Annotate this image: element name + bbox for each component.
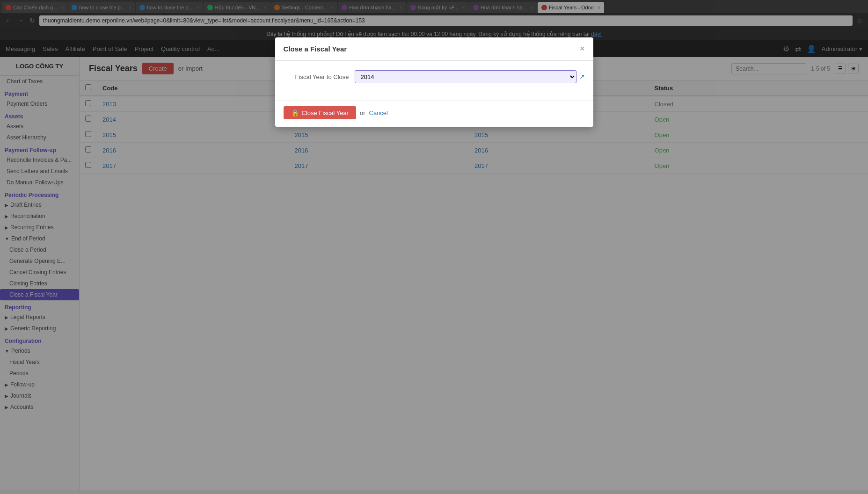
modal-overlay: Close a Fiscal Year × Fiscal Year to Clo… — [0, 0, 868, 490]
cancel-link[interactable]: Cancel — [369, 109, 388, 116]
lock-icon: 🔒 — [291, 109, 299, 116]
fiscal-year-select[interactable]: 2014201520162017 — [355, 70, 576, 83]
close-fiscal-year-button[interactable]: 🔒 Close Fiscal Year — [284, 106, 356, 119]
or-text: or — [360, 109, 365, 116]
fiscal-year-select-wrap: 2014201520162017 ↗ — [355, 70, 585, 83]
modal-body: Fiscal Year to Close 2014201520162017 ↗ — [275, 61, 593, 100]
modal-close-button[interactable]: × — [580, 44, 585, 54]
close-fiscal-year-modal: Close a Fiscal Year × Fiscal Year to Clo… — [275, 37, 593, 127]
external-link-icon[interactable]: ↗ — [579, 73, 585, 80]
fiscal-year-label: Fiscal Year to Close — [284, 73, 349, 80]
modal-header: Close a Fiscal Year × — [275, 37, 593, 61]
modal-title: Close a Fiscal Year — [284, 45, 347, 53]
modal-footer: 🔒 Close Fiscal Year or Cancel — [275, 100, 593, 127]
fiscal-year-field-row: Fiscal Year to Close 2014201520162017 ↗ — [284, 70, 585, 83]
